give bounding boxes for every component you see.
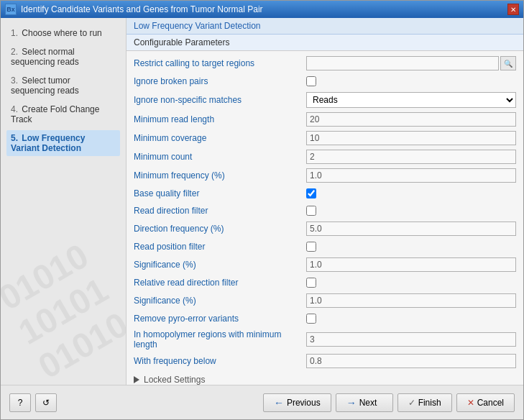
- window-title: Identify Candidate Variants and Genes fr…: [21, 4, 263, 14]
- section-header: Configurable Parameters: [127, 35, 523, 51]
- sidebar-watermark: 010101010101010: [1, 229, 127, 385]
- help-icon: ?: [18, 398, 23, 408]
- base-quality-filter-checkbox[interactable]: [306, 188, 316, 198]
- footer: ? ↺ ← Previous → Next ✓ Finish ✕ Cancel: [1, 385, 523, 419]
- param-label-significance-1: Significance (%): [134, 260, 306, 270]
- footer-right-buttons: ← Previous → Next ✓ Finish ✕ Cancel: [263, 393, 515, 412]
- min-frequency-input[interactable]: [306, 168, 516, 183]
- right-panel: Low Frequency Variant Detection Configur…: [127, 18, 523, 385]
- title-bar-left: Bx Identify Candidate Variants and Genes…: [5, 4, 263, 15]
- param-row-base-quality: Base quality filter: [134, 185, 516, 202]
- footer-left-buttons: ? ↺: [9, 393, 57, 412]
- param-row-homopolymer: In homopolymer regions with minimum leng…: [134, 327, 516, 352]
- title-bar: Bx Identify Candidate Variants and Genes…: [1, 1, 523, 18]
- sidebar-item-3[interactable]: 3. Select tumor sequencing reads: [6, 73, 120, 99]
- relative-read-dir-checkbox[interactable]: [306, 278, 316, 288]
- read-position-filter-checkbox[interactable]: [306, 242, 316, 252]
- param-label-min-coverage: Minimum coverage: [134, 133, 306, 143]
- panel-header: Low Frequency Variant Detection: [127, 18, 523, 35]
- app-icon: Bx: [5, 4, 17, 15]
- param-label-restrict-calling: Restrict calling to target regions: [134, 58, 306, 68]
- next-label: Next: [359, 398, 377, 408]
- param-row-frequency-below: With frequency below: [134, 352, 516, 370]
- check-icon: ✓: [408, 398, 415, 408]
- previous-button[interactable]: ← Previous: [263, 393, 331, 412]
- param-row-significance-1: Significance (%): [134, 255, 516, 274]
- param-label-read-direction: Read direction filter: [134, 206, 306, 216]
- arrow-left-icon: ←: [274, 397, 284, 408]
- param-row-read-position: Read position filter: [134, 238, 516, 255]
- reset-icon: ↺: [42, 398, 50, 408]
- params-area: Restrict calling to target regions 🔍 Ign…: [127, 51, 523, 385]
- main-content: 1. Choose where to run 2. Select normal …: [1, 18, 523, 385]
- param-row-ignore-nonspecific: Ignore non-specific matches Reads None A…: [134, 90, 516, 110]
- main-window: Bx Identify Candidate Variants and Genes…: [0, 0, 524, 420]
- x-icon: ✕: [467, 398, 474, 408]
- param-row-min-coverage: Minimum coverage: [134, 129, 516, 147]
- param-label-homopolymer: In homopolymer regions with minimum leng…: [134, 329, 306, 350]
- param-label-base-quality: Base quality filter: [134, 188, 306, 198]
- param-row-min-count: Minimum count: [134, 147, 516, 166]
- read-direction-filter-checkbox[interactable]: [306, 206, 316, 216]
- significance-1-input[interactable]: [306, 257, 516, 272]
- browse-button-restrict[interactable]: 🔍: [500, 56, 516, 70]
- sidebar-item-1[interactable]: 1. Choose where to run: [6, 25, 120, 41]
- param-row-pyro-error: Remove pyro-error variants: [134, 310, 516, 327]
- sidebar: 1. Choose where to run 2. Select normal …: [1, 18, 127, 385]
- min-count-input[interactable]: [306, 150, 516, 164]
- homopolymer-min-length-input[interactable]: [306, 332, 516, 347]
- finish-label: Finish: [418, 398, 441, 408]
- restrict-calling-input[interactable]: [306, 56, 499, 70]
- param-row-ignore-broken: Ignore broken pairs: [134, 73, 516, 90]
- param-row-direction-frequency: Direction frequency (%): [134, 219, 516, 238]
- remove-pyro-error-checkbox[interactable]: [306, 314, 316, 324]
- param-label-ignore-broken: Ignore broken pairs: [134, 76, 306, 86]
- reset-button[interactable]: ↺: [35, 393, 57, 412]
- sidebar-item-5[interactable]: 5. Low Frequency Variant Detection: [6, 130, 120, 156]
- param-row-significance-2: Significance (%): [134, 291, 516, 310]
- sidebar-item-2[interactable]: 2. Select normal sequencing reads: [6, 44, 120, 70]
- min-read-length-input[interactable]: [306, 112, 516, 127]
- param-label-min-read-length: Minimum read length: [134, 114, 306, 124]
- browse-icon: 🔍: [504, 60, 512, 68]
- finish-button[interactable]: ✓ Finish: [397, 393, 452, 412]
- previous-label: Previous: [287, 398, 321, 408]
- param-label-ignore-nonspecific: Ignore non-specific matches: [134, 95, 306, 105]
- arrow-right-icon: →: [346, 397, 357, 408]
- param-row-min-frequency: Minimum frequency (%): [134, 166, 516, 185]
- cancel-button[interactable]: ✕ Cancel: [456, 393, 515, 412]
- cancel-label: Cancel: [477, 398, 504, 408]
- sidebar-item-4[interactable]: 4. Create Fold Change Track: [6, 101, 120, 127]
- help-button[interactable]: ?: [9, 393, 31, 412]
- locked-settings-section[interactable]: Locked Settings: [134, 370, 516, 385]
- next-button[interactable]: → Next: [336, 393, 393, 412]
- param-label-significance-2: Significance (%): [134, 296, 306, 306]
- param-row-read-direction: Read direction filter: [134, 202, 516, 219]
- min-coverage-input[interactable]: [306, 131, 516, 145]
- close-button[interactable]: ✕: [507, 4, 519, 15]
- triangle-icon: [134, 376, 139, 383]
- param-row-restrict-calling: Restrict calling to target regions 🔍: [134, 54, 516, 73]
- significance-2-input[interactable]: [306, 293, 516, 308]
- ignore-broken-pairs-checkbox[interactable]: [306, 76, 316, 86]
- param-row-relative-read-dir: Relative read direction filter: [134, 274, 516, 291]
- frequency-below-input[interactable]: [306, 354, 516, 368]
- param-label-min-count: Minimum count: [134, 152, 306, 162]
- param-label-min-frequency: Minimum frequency (%): [134, 170, 306, 181]
- param-label-relative-read-dir: Relative read direction filter: [134, 278, 306, 288]
- param-label-direction-frequency: Direction frequency (%): [134, 224, 306, 234]
- param-label-pyro-error: Remove pyro-error variants: [134, 314, 306, 324]
- ignore-nonspecific-select[interactable]: Reads None All: [306, 92, 516, 108]
- param-label-read-position: Read position filter: [134, 242, 306, 252]
- param-label-frequency-below: With frequency below: [134, 356, 306, 366]
- direction-frequency-input[interactable]: [306, 222, 516, 236]
- param-row-min-read-length: Minimum read length: [134, 110, 516, 129]
- locked-settings-label: Locked Settings: [144, 375, 205, 385]
- restrict-calling-field: 🔍: [306, 56, 516, 70]
